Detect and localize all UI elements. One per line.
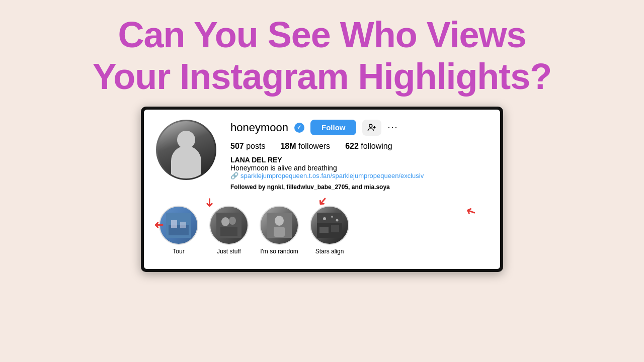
bio-name: LANA DEL REY: [230, 156, 488, 164]
highlight-circle-random: [260, 206, 299, 245]
svg-point-17: [331, 216, 333, 218]
follow-button[interactable]: Follow: [310, 120, 357, 135]
arrow-left-1: ➜: [154, 218, 164, 232]
bio-section: LANA DEL REY Honeymoon is alive and brea…: [230, 156, 488, 179]
highlight-random[interactable]: I'm so random: [260, 206, 299, 255]
headline: Can You See Who Views Your Instagram Hig…: [52, 0, 592, 107]
arrow-down-1: ➜: [203, 198, 217, 208]
highlight-label-stars: Stars align: [315, 248, 344, 255]
followers-stat: 18M followers: [280, 142, 330, 151]
highlight-stars[interactable]: Stars align: [310, 206, 349, 255]
tour-thumbnail: [166, 213, 191, 238]
posts-stat: 507 posts: [230, 142, 265, 151]
arrow-right-3: ➜: [464, 203, 478, 220]
headline-line1: Can You See Who Views: [118, 15, 526, 55]
bio-tagline: Honeymoon is alive and breathing: [230, 164, 488, 172]
svg-point-16: [323, 217, 326, 220]
svg-rect-20: [331, 225, 339, 232]
svg-rect-5: [171, 220, 177, 228]
svg-point-8: [221, 217, 229, 226]
highlight-stuff[interactable]: Just stuff: [209, 206, 249, 255]
highlight-tour[interactable]: Tour: [159, 206, 198, 255]
instagram-card: honeymoon ✓ Follow ···: [144, 110, 500, 269]
headline-line2: Your Instagram Highlights?: [93, 56, 552, 97]
svg-rect-10: [220, 227, 237, 236]
link-icon: 🔗: [230, 172, 238, 179]
screenshot-wrapper: honeymoon ✓ Follow ···: [141, 107, 503, 272]
profile-section: honeymoon ✓ Follow ···: [156, 120, 488, 191]
more-options-button[interactable]: ···: [387, 122, 398, 133]
avatar: [156, 120, 216, 180]
following-stat: 622 following: [345, 142, 392, 151]
profile-info: honeymoon ✓ Follow ···: [230, 120, 488, 191]
highlight-circle-tour: [159, 206, 198, 245]
add-user-icon: [367, 123, 376, 132]
random-thumbnail: [267, 213, 292, 238]
verified-badge: ✓: [294, 123, 304, 133]
svg-point-9: [229, 217, 236, 225]
highlight-circle-stuff: [209, 206, 249, 245]
svg-rect-13: [274, 227, 285, 237]
bio-link[interactable]: 🔗 sparklejumpropequeen.t.os.fan/sparklej…: [230, 172, 488, 179]
svg-point-0: [369, 124, 372, 127]
highlight-label-random: I'm so random: [260, 248, 298, 255]
svg-rect-19: [319, 227, 329, 233]
svg-rect-6: [180, 222, 186, 228]
followed-by: Followed by ngnkl, filledwluv_babe_2705,…: [230, 184, 488, 191]
highlight-label-stuff: Just stuff: [217, 248, 241, 255]
stars-thumbnail: [317, 213, 342, 238]
highlights-section: ➜ ➜ ➜ ➜ Tour: [156, 201, 488, 259]
username: honeymoon: [230, 121, 288, 134]
add-user-button[interactable]: [362, 120, 381, 136]
highlight-label-tour: Tour: [173, 248, 184, 255]
highlight-circle-stars: [310, 206, 349, 245]
avatar-figure: [169, 131, 204, 178]
svg-point-18: [336, 219, 339, 221]
avatar-body: [171, 146, 201, 178]
stuff-thumbnail: [216, 213, 242, 238]
svg-point-12: [275, 216, 284, 226]
avatar-inner: [157, 121, 215, 178]
profile-top-row: honeymoon ✓ Follow ···: [230, 120, 488, 136]
stats-row: 507 posts 18M followers 622 following: [230, 142, 488, 151]
